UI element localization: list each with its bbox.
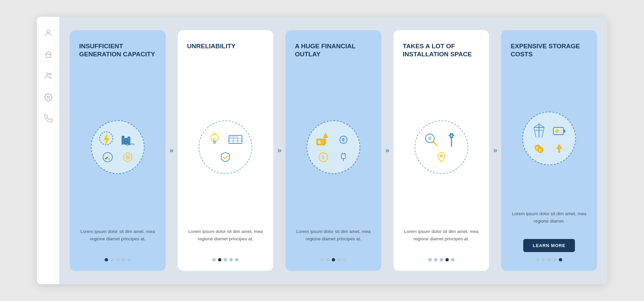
svg-rect-1	[46, 54, 50, 58]
card-2-title: UNRELIABILITY	[187, 42, 264, 66]
phone-icon[interactable]	[43, 113, 54, 124]
dot-5-4[interactable]	[553, 258, 556, 261]
svg-rect-54	[564, 129, 565, 132]
svg-rect-7	[122, 136, 124, 144]
card-2-desc: Lorem ipsum dolor sit dim amet, mea regi…	[187, 228, 264, 252]
dot-5-1[interactable]	[536, 258, 539, 261]
dot-2-4[interactable]	[229, 258, 233, 261]
dot-4-3[interactable]	[440, 258, 443, 261]
connector-1: »	[166, 30, 178, 271]
chevron-4: »	[493, 146, 497, 155]
arrow-up-icon	[553, 142, 565, 155]
connector-4: »	[489, 30, 501, 271]
svg-point-4	[47, 96, 49, 99]
svg-rect-8	[125, 138, 127, 144]
dot-2-1[interactable]	[212, 258, 216, 261]
gauge-icon	[102, 151, 114, 163]
svg-marker-55	[555, 129, 560, 134]
svg-point-37	[428, 136, 432, 140]
card-5-title: EXPENSIVE STORAGE COSTS	[511, 42, 588, 66]
svg-line-52	[542, 127, 544, 137]
dot-2-3[interactable]	[224, 258, 227, 261]
dot-3-2[interactable]	[326, 258, 329, 261]
svg-rect-21	[230, 136, 233, 138]
card-generation: INSUFFICIENT GENERATION CAPACITY	[70, 30, 166, 271]
home-icon[interactable]	[43, 49, 54, 60]
card-3-desc: Lorem ipsum dolor sit dim amet, mea regi…	[295, 228, 372, 252]
solar-gear-icon: $	[335, 131, 352, 148]
dollar-arrow-icon: $	[315, 131, 332, 148]
dot-2-active[interactable]	[218, 258, 221, 261]
card-5-desc: Lorem ipsum dolor sit dim amet, mea regi…	[511, 210, 588, 234]
svg-rect-9	[128, 137, 130, 144]
card-2-dots	[187, 258, 264, 261]
people-icon[interactable]	[43, 70, 54, 81]
svg-line-50	[539, 124, 544, 127]
battery-icon	[550, 122, 568, 140]
svg-marker-6	[104, 134, 109, 145]
card-1-illustration	[79, 72, 156, 222]
svg-point-45	[440, 155, 443, 157]
turbine-icon	[443, 131, 460, 148]
card-financial: A HUGE FINANCIAL OUTLAY $	[285, 30, 381, 271]
svg-rect-32	[341, 154, 345, 159]
card-2-illustration	[187, 72, 264, 222]
settings-icon[interactable]	[43, 92, 54, 103]
card-1-desc: Lorem ipsum dolor sit dim amet, mea regi…	[79, 228, 156, 252]
dot-3-1[interactable]	[320, 258, 324, 261]
card-5-circle: $ $	[522, 112, 576, 165]
chevron-1: »	[169, 146, 173, 155]
dot-4-5[interactable]	[451, 258, 454, 261]
svg-point-44	[450, 135, 452, 137]
svg-rect-22	[234, 136, 237, 138]
svg-point-39	[432, 141, 435, 143]
dot-4-2[interactable]	[434, 258, 437, 261]
user-icon[interactable]	[43, 27, 54, 38]
dam-icon	[119, 131, 137, 148]
dot-3-5[interactable]	[343, 258, 346, 261]
dot-1-4[interactable]	[122, 258, 125, 261]
solar-panel-icon	[227, 131, 244, 148]
dot-3-active[interactable]	[332, 258, 335, 261]
dot-5-active[interactable]	[559, 258, 562, 261]
dollar-circle-icon: $	[317, 151, 329, 163]
dot-1-3[interactable]	[116, 258, 119, 261]
card-5-illustration: $ $	[511, 72, 588, 204]
learn-more-button[interactable]: LEARN MORE	[523, 239, 575, 252]
svg-line-49	[534, 124, 539, 127]
svg-point-14	[211, 134, 218, 141]
card-2-circle	[199, 120, 252, 174]
dot-1-active[interactable]	[105, 258, 108, 261]
card-3-dots	[295, 258, 372, 261]
connector-3: »	[381, 30, 393, 271]
hex-icon	[122, 151, 134, 163]
card-4-desc: Lorem ipsum dolor sit dim amet, mea regi…	[403, 228, 480, 252]
dot-1-5[interactable]	[127, 258, 131, 261]
card-3-illustration: $ $ $	[295, 72, 372, 222]
dot-5-2[interactable]	[542, 258, 545, 261]
svg-text:$: $	[322, 155, 324, 160]
card-5-dots	[511, 258, 588, 261]
dot-1-2[interactable]	[110, 258, 114, 261]
dot-4-1[interactable]	[428, 258, 432, 261]
svg-marker-13	[125, 155, 130, 160]
dot-3-4[interactable]	[337, 258, 341, 261]
dot-2-5[interactable]	[235, 258, 238, 261]
card-installation: TAKES A LOT OF INSTALLATION SPACE	[393, 30, 489, 271]
svg-line-51	[534, 127, 536, 137]
sidebar	[37, 17, 60, 284]
card-4-circle	[415, 120, 468, 174]
dot-4-active[interactable]	[445, 258, 449, 261]
app-container: INSUFFICIENT GENERATION CAPACITY	[37, 17, 607, 284]
svg-point-0	[47, 30, 50, 33]
dot-5-3[interactable]	[547, 258, 551, 261]
connector-2: »	[273, 30, 285, 271]
lightning-icon	[99, 131, 116, 148]
svg-text:$: $	[318, 139, 321, 144]
chevron-3: »	[385, 146, 389, 155]
shield-icon	[219, 151, 231, 163]
card-storage: EXPENSIVE STORAGE COSTS	[501, 30, 597, 271]
svg-text:$: $	[539, 148, 541, 152]
coins-icon: $ $	[533, 142, 545, 155]
gear-wrench-icon	[423, 131, 440, 148]
